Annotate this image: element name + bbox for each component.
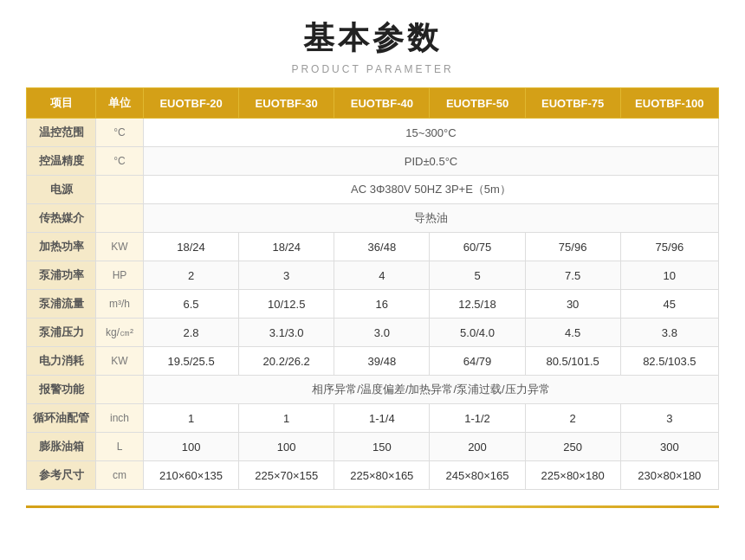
- row-label-8: 电力消耗: [27, 347, 96, 376]
- row-label-12: 参考尺寸: [27, 461, 96, 490]
- table-row: 电源AC 3Φ380V 50HZ 3P+E（5m）: [27, 176, 719, 204]
- row-value-5-5: 10: [620, 261, 718, 290]
- row-value-12-3: 245×80×165: [430, 461, 525, 490]
- row-value-6-2: 16: [334, 290, 430, 319]
- table-row: 电力消耗KW19.5/25.520.2/26.239/4864/7980.5/1…: [27, 347, 719, 376]
- row-value-11-0: 100: [144, 433, 239, 461]
- row-value-6-0: 6.5: [144, 290, 239, 319]
- row-value-6-4: 30: [525, 290, 620, 319]
- row-span-9: 相序异常/温度偏差/加热异常/泵浦过载/压力异常: [144, 376, 719, 404]
- table-row: 循环油配管inch111-1/41-1/223: [27, 404, 719, 433]
- params-table: 项目单位EUOTBF-20EUOTBF-30EUOTBF-40EUOTBF-50…: [26, 87, 719, 490]
- table-row: 传热媒介导热油: [27, 204, 719, 233]
- row-value-5-1: 3: [239, 261, 334, 290]
- row-value-8-4: 80.5/101.5: [525, 347, 620, 376]
- row-unit-7: kg/㎝²: [96, 319, 144, 347]
- page-wrapper: 基本参数 PRODUCT PARAMETER 项目单位EUOTBF-20EUOT…: [0, 0, 745, 534]
- table-row: 膨胀油箱L100100150200250300: [27, 433, 719, 461]
- row-value-7-5: 3.8: [620, 319, 718, 347]
- row-unit-9: [96, 376, 144, 404]
- row-value-8-5: 82.5/103.5: [620, 347, 718, 376]
- row-unit-5: HP: [96, 261, 144, 290]
- row-unit-12: cm: [96, 461, 144, 490]
- row-value-12-0: 210×60×135: [144, 461, 239, 490]
- row-value-6-5: 45: [620, 290, 718, 319]
- table-row: 加热功率KW18/2418/2436/4860/7575/9675/96: [27, 233, 719, 261]
- header-cell-2: EUOTBF-20: [144, 88, 239, 119]
- row-value-4-0: 18/24: [144, 233, 239, 261]
- row-value-10-2: 1-1/4: [334, 404, 430, 433]
- row-value-10-1: 1: [239, 404, 334, 433]
- table-row: 报警功能相序异常/温度偏差/加热异常/泵浦过载/压力异常: [27, 376, 719, 404]
- row-value-4-4: 75/96: [525, 233, 620, 261]
- row-value-5-3: 5: [430, 261, 525, 290]
- row-value-5-4: 7.5: [525, 261, 620, 290]
- row-value-10-3: 1-1/2: [430, 404, 525, 433]
- row-unit-2: [96, 176, 144, 204]
- row-label-1: 控温精度: [27, 147, 96, 176]
- row-value-11-4: 250: [525, 433, 620, 461]
- row-value-6-1: 10/12.5: [239, 290, 334, 319]
- main-title: 基本参数: [26, 17, 719, 60]
- row-unit-6: m³/h: [96, 290, 144, 319]
- row-value-4-1: 18/24: [239, 233, 334, 261]
- row-value-10-5: 3: [620, 404, 718, 433]
- row-value-10-4: 2: [525, 404, 620, 433]
- row-value-8-2: 39/48: [334, 347, 430, 376]
- table-row: 泵浦压力kg/㎝²2.83.1/3.03.05.0/4.04.53.8: [27, 319, 719, 347]
- row-unit-1: °C: [96, 147, 144, 176]
- row-value-4-3: 60/75: [430, 233, 525, 261]
- row-value-7-2: 3.0: [334, 319, 430, 347]
- header-cell-0: 项目: [27, 88, 96, 119]
- sub-title: PRODUCT PARAMETER: [26, 63, 719, 75]
- title-section: 基本参数 PRODUCT PARAMETER: [26, 17, 719, 75]
- row-value-8-3: 64/79: [430, 347, 525, 376]
- header-cell-5: EUOTBF-50: [430, 88, 525, 119]
- table-row: 泵浦功率HP23457.510: [27, 261, 719, 290]
- row-value-12-4: 225×80×180: [525, 461, 620, 490]
- row-label-7: 泵浦压力: [27, 319, 96, 347]
- header-cell-7: EUOTBF-100: [620, 88, 718, 119]
- table-row: 控温精度°CPID±0.5°C: [27, 147, 719, 176]
- table-row: 温控范围°C15~300°C: [27, 119, 719, 147]
- header-cell-3: EUOTBF-30: [239, 88, 334, 119]
- row-value-5-0: 2: [144, 261, 239, 290]
- row-unit-11: L: [96, 433, 144, 461]
- row-value-8-1: 20.2/26.2: [239, 347, 334, 376]
- row-unit-10: inch: [96, 404, 144, 433]
- bottom-line: [26, 505, 719, 508]
- row-label-4: 加热功率: [27, 233, 96, 261]
- row-unit-0: °C: [96, 119, 144, 147]
- header-cell-6: EUOTBF-75: [525, 88, 620, 119]
- row-value-11-2: 150: [334, 433, 430, 461]
- row-value-10-0: 1: [144, 404, 239, 433]
- row-value-12-1: 225×70×155: [239, 461, 334, 490]
- table-header-row: 项目单位EUOTBF-20EUOTBF-30EUOTBF-40EUOTBF-50…: [27, 88, 719, 119]
- row-label-11: 膨胀油箱: [27, 433, 96, 461]
- row-value-7-3: 5.0/4.0: [430, 319, 525, 347]
- row-value-5-2: 4: [334, 261, 430, 290]
- header-cell-4: EUOTBF-40: [334, 88, 430, 119]
- row-label-10: 循环油配管: [27, 404, 96, 433]
- row-value-7-1: 3.1/3.0: [239, 319, 334, 347]
- row-unit-3: [96, 204, 144, 233]
- row-label-3: 传热媒介: [27, 204, 96, 233]
- row-value-4-5: 75/96: [620, 233, 718, 261]
- row-value-7-4: 4.5: [525, 319, 620, 347]
- row-value-11-3: 200: [430, 433, 525, 461]
- header-cell-1: 单位: [96, 88, 144, 119]
- row-value-12-2: 225×80×165: [334, 461, 430, 490]
- row-span-0: 15~300°C: [144, 119, 719, 147]
- table-row: 参考尺寸cm210×60×135225×70×155225×80×165245×…: [27, 461, 719, 490]
- row-value-4-2: 36/48: [334, 233, 430, 261]
- row-label-0: 温控范围: [27, 119, 96, 147]
- row-value-11-1: 100: [239, 433, 334, 461]
- row-label-6: 泵浦流量: [27, 290, 96, 319]
- row-label-2: 电源: [27, 176, 96, 204]
- row-value-7-0: 2.8: [144, 319, 239, 347]
- row-label-9: 报警功能: [27, 376, 96, 404]
- row-span-3: 导热油: [144, 204, 719, 233]
- row-label-5: 泵浦功率: [27, 261, 96, 290]
- row-span-1: PID±0.5°C: [144, 147, 719, 176]
- row-value-6-3: 12.5/18: [430, 290, 525, 319]
